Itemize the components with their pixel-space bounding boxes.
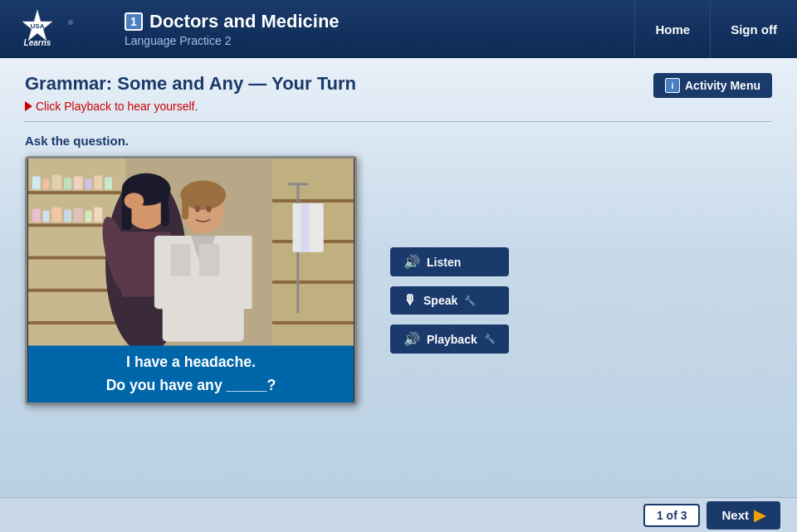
svg-rect-11 <box>32 177 41 190</box>
activity-icon: i <box>665 78 680 93</box>
lesson-number-badge: 1 <box>125 12 143 31</box>
svg-rect-26 <box>272 159 354 345</box>
lesson-title: 1 Doctors and Medicine <box>125 11 634 32</box>
listen-label: Listen <box>427 256 461 269</box>
svg-rect-27 <box>272 199 354 203</box>
video-frame: I have a headache. Do you have any _____… <box>25 156 357 405</box>
svg-point-44 <box>125 193 144 209</box>
lesson-title-text: Doctors and Medicine <box>149 11 340 32</box>
svg-rect-41 <box>161 189 169 226</box>
speak-mic-icon: 🎙 <box>403 293 417 308</box>
svg-rect-32 <box>289 183 309 185</box>
svg-rect-17 <box>94 176 102 190</box>
svg-rect-50 <box>236 236 252 309</box>
playback-speaker-icon: 🔊 <box>403 331 420 347</box>
speak-button[interactable]: 🎙 Speak 🔧 <box>390 286 509 315</box>
triangle-icon <box>25 101 32 111</box>
playback-button[interactable]: 🔊 Playback 🔧 <box>390 325 509 354</box>
svg-rect-19 <box>32 209 41 222</box>
svg-rect-12 <box>43 179 50 190</box>
activity-menu-label: Activity Menu <box>685 79 760 92</box>
home-button[interactable]: Home <box>634 0 710 58</box>
svg-rect-22 <box>64 210 71 222</box>
svg-rect-13 <box>51 175 61 190</box>
playback-label: Playback <box>427 333 477 346</box>
svg-point-55 <box>195 206 200 212</box>
playback-icon-deco: 🔧 <box>484 334 496 344</box>
svg-rect-21 <box>51 207 61 222</box>
svg-rect-30 <box>272 321 354 325</box>
svg-point-56 <box>207 206 212 212</box>
title-area: 1 Doctors and Medicine Language Practice… <box>116 11 634 47</box>
next-arrow-icon: ▶ <box>754 506 765 525</box>
page-indicator: 1 of 3 <box>643 504 701 527</box>
svg-rect-48 <box>199 244 219 276</box>
header: USA Learns ® 1 Doctors and Medicine Lang… <box>0 0 797 58</box>
signoff-button[interactable]: Sign off <box>710 0 797 58</box>
ask-label: Ask the question. <box>0 122 797 156</box>
svg-rect-49 <box>154 236 171 309</box>
speak-label: Speak <box>423 294 457 307</box>
next-button[interactable]: Next ▶ <box>707 501 780 530</box>
next-label: Next <box>721 508 749 522</box>
page-title-area: Grammar: Some and Any — Your Turn Click … <box>25 73 653 113</box>
svg-text:®: ® <box>68 19 73 27</box>
instruction-label: Click Playback to hear yourself. <box>36 100 198 113</box>
controls-panel: 🔊 Listen 🎙 Speak 🔧 🔊 Playback 🔧 <box>390 156 509 354</box>
speak-icon-deco: 🔧 <box>464 295 476 306</box>
svg-rect-29 <box>272 281 354 284</box>
svg-rect-10 <box>28 321 126 325</box>
svg-rect-15 <box>74 177 83 190</box>
lesson-subtitle: Language Practice 2 <box>125 34 634 47</box>
activity-menu-button[interactable]: i Activity Menu <box>653 73 772 98</box>
main-content: Grammar: Some and Any — Your Turn Click … <box>0 58 797 532</box>
listen-button[interactable]: 🔊 Listen <box>390 247 509 276</box>
content-area: I have a headache. Do you have any _____… <box>0 156 797 405</box>
svg-text:I have a headache.: I have a headache. <box>126 354 256 370</box>
svg-rect-25 <box>94 207 102 222</box>
svg-rect-35 <box>309 203 324 252</box>
svg-text:USA: USA <box>31 22 45 30</box>
nav-buttons: Home Sign off <box>634 0 797 58</box>
listen-speaker-icon: 🔊 <box>403 254 420 270</box>
svg-rect-18 <box>105 178 112 190</box>
svg-rect-6 <box>28 191 126 194</box>
instruction-text: Click Playback to hear yourself. <box>25 100 653 113</box>
svg-rect-16 <box>86 179 92 190</box>
svg-rect-47 <box>171 244 192 276</box>
logo-area: USA Learns ® <box>0 0 116 58</box>
svg-rect-53 <box>182 195 188 219</box>
svg-text:Learns: Learns <box>24 38 51 47</box>
svg-rect-54 <box>207 193 215 199</box>
svg-rect-20 <box>43 211 50 222</box>
svg-rect-23 <box>74 208 83 222</box>
svg-rect-24 <box>86 211 92 222</box>
usa-learns-logo: USA Learns ® <box>12 7 104 52</box>
top-bar: Grammar: Some and Any — Your Turn Click … <box>0 58 797 121</box>
video-scene: I have a headache. Do you have any _____… <box>27 159 354 403</box>
bottom-nav: 1 of 3 Next ▶ <box>0 497 797 532</box>
page-title: Grammar: Some and Any — Your Turn <box>25 73 653 95</box>
svg-text:Do you have any _____?: Do you have any _____? <box>106 377 276 393</box>
svg-rect-14 <box>64 178 71 190</box>
